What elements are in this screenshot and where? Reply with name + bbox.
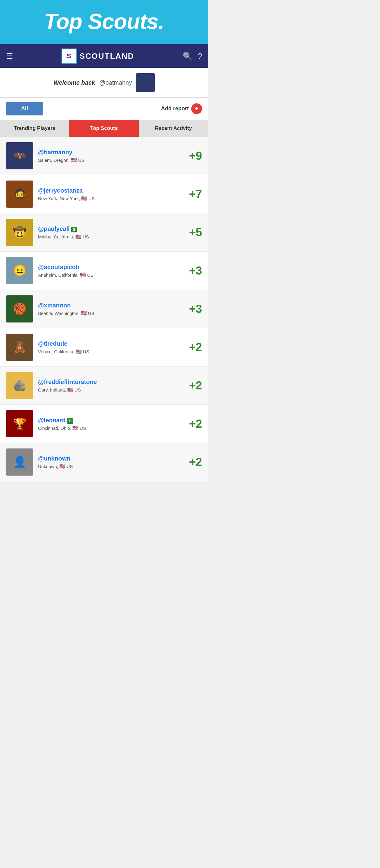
scoutland-badge: S xyxy=(71,227,78,232)
filter-all-button[interactable]: All xyxy=(6,102,43,116)
list-item[interactable]: 🤠 @paulycali S Malibu, California, 🇺🇸 US… xyxy=(0,213,208,252)
scoutland-badge: S xyxy=(67,418,73,424)
scout-info: @leonard S Cincinnati, Ohio, 🇺🇸 US xyxy=(38,417,173,431)
scout-username[interactable]: @paulycali xyxy=(38,225,70,232)
list-item[interactable]: 🪨 @freddieflinterstone Gary, Indiana, 🇺🇸… xyxy=(0,367,208,405)
scout-info: @unknown Unknown, 🇺🇸 US xyxy=(38,455,173,469)
logo-box: S xyxy=(61,49,77,64)
scout-info: @scoutspicoli Anaheim, California, 🇺🇸 US xyxy=(38,264,173,278)
search-icon[interactable]: 🔍 xyxy=(183,52,193,61)
tab-recent-activity[interactable]: Recent Activity xyxy=(139,120,208,137)
list-item[interactable]: 😐 @scoutspicoli Anaheim, California, 🇺🇸 … xyxy=(0,252,208,290)
scout-score: +5 xyxy=(178,226,202,239)
list-item[interactable]: 🦇 @batmanny Salem, Oregon, 🇺🇸 US +9 xyxy=(0,137,208,175)
avatar: 👤 xyxy=(6,448,33,475)
scout-info: @paulycali S Malibu, California, 🇺🇸 US xyxy=(38,225,173,240)
list-item[interactable]: 👤 @unknown Unknown, 🇺🇸 US +2 xyxy=(0,443,208,481)
scout-username[interactable]: @thedude xyxy=(38,340,67,347)
scout-location: Seattle, Washington, 🇺🇸 US xyxy=(38,310,173,316)
scout-info: @freddieflinterstone Gary, Indiana, 🇺🇸 U… xyxy=(38,378,173,393)
menu-icon[interactable]: ☰ xyxy=(6,52,13,61)
scout-score: +7 xyxy=(178,188,202,201)
add-report-button[interactable]: Add report + xyxy=(161,103,202,114)
help-icon[interactable]: ? xyxy=(198,52,202,61)
avatar: 🦇 xyxy=(6,142,33,169)
scout-location: New York, New York, 🇺🇸 US xyxy=(38,195,173,201)
scout-info: @batmanny Salem, Oregon, 🇺🇸 US xyxy=(38,149,173,163)
nav-logo[interactable]: S SCOUTLAND xyxy=(61,49,134,64)
tab-top-scouts[interactable]: Top Scouts xyxy=(69,120,139,137)
list-item[interactable]: 🧔 @jerrycostanza New York, New York, 🇺🇸 … xyxy=(0,175,208,213)
scout-location: Unknown, 🇺🇸 US xyxy=(38,464,173,469)
scout-info: @thedude Venice, California, 🇺🇸 US xyxy=(38,340,173,354)
scout-score: +3 xyxy=(178,303,202,315)
welcome-greeting: Welcome back xyxy=(53,79,95,86)
scout-username[interactable]: @leonard xyxy=(38,417,66,424)
avatar: 🏆 xyxy=(6,410,33,437)
logo-text: SCOUTLAND xyxy=(80,52,134,61)
avatar: 🏀 xyxy=(6,296,33,322)
scout-list: 🦇 @batmanny Salem, Oregon, 🇺🇸 US +9 🧔 @j… xyxy=(0,137,208,481)
scout-username[interactable]: @xmannnn xyxy=(38,302,70,309)
scout-score: +2 xyxy=(178,341,202,354)
add-report-label: Add report xyxy=(161,105,189,112)
scout-username[interactable]: @scoutspicoli xyxy=(38,264,79,271)
scout-location: Gary, Indiana, 🇺🇸 US xyxy=(38,387,173,393)
tabs-bar: Trending Players Top Scouts Recent Activ… xyxy=(0,120,208,137)
scout-location: Venice, California, 🇺🇸 US xyxy=(38,349,173,354)
avatar: 🤠 xyxy=(6,219,33,246)
scout-score: +2 xyxy=(178,456,202,469)
hero-banner: Top Scouts. xyxy=(0,0,208,44)
welcome-username: @batmanny xyxy=(99,79,132,86)
list-item[interactable]: 🏆 @leonard S Cincinnati, Ohio, 🇺🇸 US +2 xyxy=(0,405,208,443)
tab-trending-players[interactable]: Trending Players xyxy=(0,120,69,137)
hero-title: Top Scouts. xyxy=(6,9,202,34)
scout-location: Anaheim, California, 🇺🇸 US xyxy=(38,272,173,278)
list-item[interactable]: 🧸 @thedude Venice, California, 🇺🇸 US +2 xyxy=(0,328,208,367)
filter-bar: All Add report + xyxy=(0,98,208,120)
navbar: ☰ S SCOUTLAND 🔍 ? xyxy=(0,44,208,68)
scout-score: +2 xyxy=(178,417,202,430)
scout-location: Malibu, California, 🇺🇸 US xyxy=(38,234,173,240)
avatar: 🪨 xyxy=(6,372,33,399)
logo-letter: S xyxy=(67,52,71,60)
avatar xyxy=(136,73,155,92)
nav-right-icons: 🔍 ? xyxy=(183,52,202,61)
scout-username[interactable]: @jerrycostanza xyxy=(38,187,83,194)
list-item[interactable]: 🏀 @xmannnn Seattle, Washington, 🇺🇸 US +3 xyxy=(0,290,208,328)
avatar: 🧸 xyxy=(6,334,33,361)
scout-username[interactable]: @freddieflinterstone xyxy=(38,378,97,385)
avatar: 😐 xyxy=(6,257,33,284)
scout-info: @jerrycostanza New York, New York, 🇺🇸 US xyxy=(38,187,173,201)
avatar: 🧔 xyxy=(6,181,33,208)
scout-score: +2 xyxy=(178,379,202,392)
scout-username[interactable]: @batmanny xyxy=(38,149,72,156)
scout-info: @xmannnn Seattle, Washington, 🇺🇸 US xyxy=(38,302,173,316)
scout-score: +3 xyxy=(178,264,202,277)
scout-username[interactable]: @unknown xyxy=(38,455,70,462)
scout-location: Cincinnati, Ohio, 🇺🇸 US xyxy=(38,425,173,431)
add-icon: + xyxy=(191,103,202,114)
scout-score: +9 xyxy=(178,150,202,162)
scout-location: Salem, Oregon, 🇺🇸 US xyxy=(38,157,173,163)
welcome-bar: Welcome back @batmanny xyxy=(0,68,208,98)
